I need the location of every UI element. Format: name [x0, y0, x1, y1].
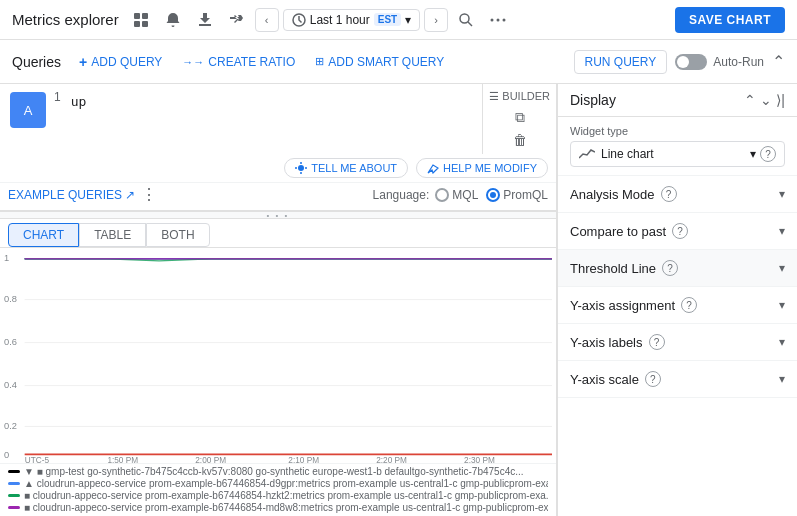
- y-scale-help-icon[interactable]: ?: [645, 371, 661, 387]
- section-threshold-line[interactable]: Threshold Line ? ▾: [558, 250, 797, 287]
- top-bar: Metrics explorer ‹ Last 1 hour EST ▾ ›: [0, 0, 797, 40]
- ratio-icon: →→: [182, 56, 204, 68]
- svg-text:2:10 PM: 2:10 PM: [288, 455, 319, 463]
- queries-bar: Queries + ADD QUERY →→ CREATE RATIO ⊞ AD…: [0, 40, 797, 84]
- main-layout: A 1 ☰ BUILDER ⧉ 🗑 TELL ME ABOUT: [0, 84, 797, 516]
- more-options-icon-btn[interactable]: [484, 6, 512, 34]
- svg-rect-2: [134, 21, 140, 27]
- legend-color-2: [8, 494, 20, 497]
- bell-icon: [165, 12, 181, 28]
- search-icon-btn[interactable]: [452, 6, 480, 34]
- select-right: ▾ ?: [750, 146, 776, 162]
- svg-text:2:20 PM: 2:20 PM: [376, 455, 407, 463]
- section-analysis-mode[interactable]: Analysis Mode ? ▾: [558, 176, 797, 213]
- auto-run-label: Auto-Run: [713, 55, 764, 69]
- analysis-help-icon[interactable]: ?: [661, 186, 677, 202]
- add-query-label: ADD QUERY: [91, 55, 162, 69]
- nav-next-btn[interactable]: ›: [424, 8, 448, 32]
- y-scale-chevron: ▾: [779, 372, 785, 386]
- display-title: Display: [570, 92, 616, 108]
- section-label-y-scale: Y-axis scale: [570, 372, 639, 387]
- query-text-input[interactable]: [71, 90, 479, 112]
- grid-icon: [133, 12, 149, 28]
- dots-icon: [490, 12, 506, 28]
- legend-color-1: [8, 482, 20, 485]
- alert-icon-btn[interactable]: [159, 6, 187, 34]
- panel-collapse-btn[interactable]: ⌄: [760, 92, 772, 108]
- panel-close-btn[interactable]: ⟩|: [776, 92, 785, 108]
- right-panel: Display ⌃ ⌄ ⟩| Widget type Line chart ▾ …: [557, 84, 797, 516]
- radio-group: MQL PromQL: [435, 188, 548, 202]
- legend-item-2: ■ cloudrun-appeco-service prom-example-b…: [8, 490, 548, 501]
- query-input-area: [67, 84, 483, 112]
- legend-text-1: ▲ cloudrun-appeco-service prom-example-b…: [24, 478, 548, 489]
- create-ratio-label: CREATE RATIO: [208, 55, 295, 69]
- run-query-button[interactable]: RUN QUERY: [574, 50, 668, 74]
- nav-prev-btn[interactable]: ‹: [255, 8, 279, 32]
- svg-point-5: [460, 14, 469, 23]
- time-dropdown-icon: ▾: [405, 13, 411, 27]
- download-icon-btn[interactable]: [191, 6, 219, 34]
- search-icon: [458, 12, 474, 28]
- copy-query-btn[interactable]: ⧉: [487, 107, 552, 128]
- svg-text:0.4: 0.4: [4, 379, 17, 390]
- collapse-panel-button[interactable]: ⌃: [772, 52, 785, 71]
- tab-both[interactable]: BOTH: [146, 223, 209, 247]
- dropdown-arrow: ▾: [750, 147, 756, 161]
- promql-radio[interactable]: PromQL: [486, 188, 548, 202]
- chart-canvas: 1 0.8 0.6 0.4 0.2 0 UTC-5 1:50 PM: [0, 248, 556, 463]
- section-y-axis-scale[interactable]: Y-axis scale ? ▾: [558, 361, 797, 398]
- compare-help-icon[interactable]: ?: [672, 223, 688, 239]
- left-panel: A 1 ☰ BUILDER ⧉ 🗑 TELL ME ABOUT: [0, 84, 557, 516]
- svg-text:2:00 PM: 2:00 PM: [195, 455, 226, 463]
- query-side-actions: ☰ BUILDER ⧉ 🗑: [482, 84, 556, 154]
- add-smart-query-button[interactable]: ⊞ ADD SMART QUERY: [309, 51, 450, 73]
- language-label: Language:: [373, 188, 430, 202]
- download-icon: [197, 12, 213, 28]
- more-menu-btn[interactable]: ⋮: [141, 185, 157, 204]
- est-badge: EST: [374, 13, 401, 26]
- widget-type-left: Line chart: [579, 147, 654, 161]
- tab-chart[interactable]: CHART: [8, 223, 79, 247]
- chart-area: CHART TABLE BOTH 1 0.8 0.6 0.4 0.2 0: [0, 219, 556, 516]
- widget-type-section: Widget type Line chart ▾ ?: [558, 117, 797, 176]
- svg-point-8: [497, 18, 500, 21]
- help-me-modify-button[interactable]: HELP ME MODIFY: [416, 158, 548, 178]
- tab-table[interactable]: TABLE: [79, 223, 146, 247]
- svg-rect-3: [142, 21, 148, 27]
- section-y-axis-assignment[interactable]: Y-axis assignment ? ▾: [558, 287, 797, 324]
- link-icon-btn[interactable]: [223, 6, 251, 34]
- svg-text:1:50 PM: 1:50 PM: [107, 455, 138, 463]
- widget-help-icon[interactable]: ?: [760, 146, 776, 162]
- line-chart-icon: [579, 148, 595, 160]
- widget-type-value: Line chart: [601, 147, 654, 161]
- wand-icon: [427, 162, 439, 174]
- panel-expand-btn[interactable]: ⌃: [744, 92, 756, 108]
- tell-me-about-button[interactable]: TELL ME ABOUT: [284, 158, 408, 178]
- mql-radio[interactable]: MQL: [435, 188, 478, 202]
- example-queries-link[interactable]: EXAMPLE QUERIES ↗: [8, 188, 135, 202]
- y-assign-help-icon[interactable]: ?: [681, 297, 697, 313]
- time-range-button[interactable]: Last 1 hour EST ▾: [283, 9, 421, 31]
- y-labels-help-icon[interactable]: ?: [649, 334, 665, 350]
- grid-icon-btn[interactable]: [127, 6, 155, 34]
- section-compare-to-past[interactable]: Compare to past ? ▾: [558, 213, 797, 250]
- section-left: Threshold Line ?: [570, 260, 678, 276]
- delete-query-btn[interactable]: 🗑: [487, 130, 552, 150]
- svg-point-9: [503, 18, 506, 21]
- section-y-axis-labels[interactable]: Y-axis labels ? ▾: [558, 324, 797, 361]
- threshold-chevron: ▾: [779, 261, 785, 275]
- create-ratio-button[interactable]: →→ CREATE RATIO: [176, 51, 301, 73]
- builder-btn[interactable]: ☰ BUILDER: [487, 88, 552, 105]
- save-chart-button[interactable]: SAVE CHART: [675, 7, 785, 33]
- mql-label: MQL: [452, 188, 478, 202]
- legend-text-0: ▼ ■ gmp-test go-synthetic-7b475c4ccb-kv5…: [24, 466, 524, 477]
- resize-handle[interactable]: • • •: [0, 211, 556, 219]
- time-range-label: Last 1 hour: [310, 13, 370, 27]
- widget-type-select[interactable]: Line chart ▾ ?: [570, 141, 785, 167]
- section-label-compare: Compare to past: [570, 224, 666, 239]
- threshold-help-icon[interactable]: ?: [662, 260, 678, 276]
- auto-run-switch[interactable]: [675, 54, 707, 70]
- add-query-button[interactable]: + ADD QUERY: [73, 50, 168, 74]
- query-label-a: A: [10, 92, 46, 128]
